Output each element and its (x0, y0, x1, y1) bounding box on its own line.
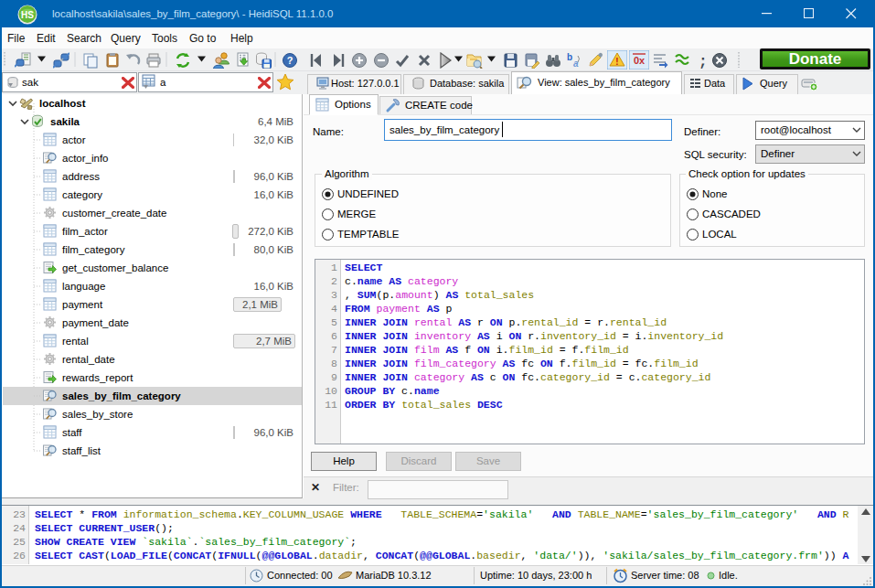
svg-text:b: b (567, 52, 572, 62)
svg-text:HS: HS (21, 10, 34, 20)
svg-text:?: ? (287, 55, 293, 66)
svg-text:;: ; (699, 54, 708, 69)
svg-text:!: ! (615, 57, 618, 67)
svg-text:a: a (573, 59, 579, 69)
svg-text:0x: 0x (634, 55, 646, 66)
